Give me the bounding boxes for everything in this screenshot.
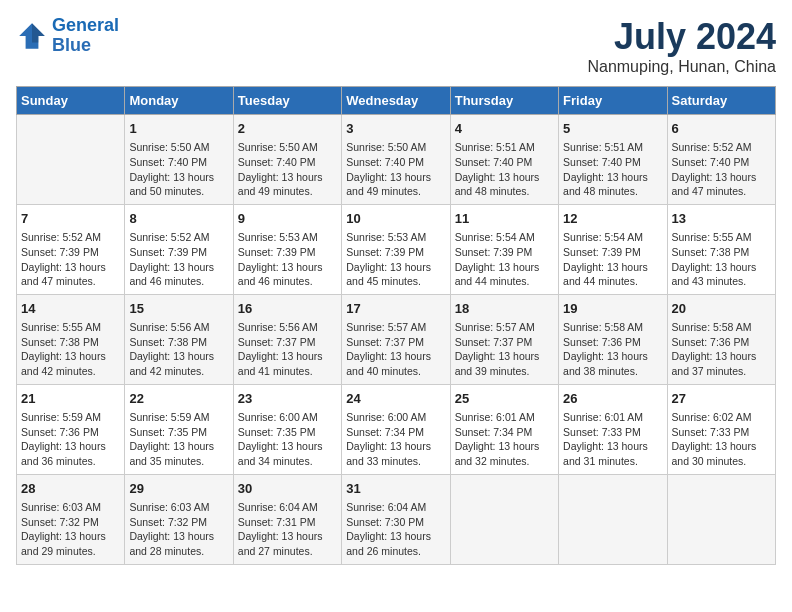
header-cell-thursday: Thursday [450,87,558,115]
cell-info: Daylight: 13 hours [129,349,228,364]
cell-info: and 44 minutes. [563,274,662,289]
day-number: 4 [455,120,554,138]
cell-info: Daylight: 13 hours [455,439,554,454]
cell-info: Sunrise: 5:50 AM [238,140,337,155]
cell-info: Sunrise: 6:03 AM [21,500,120,515]
title-area: July 2024 Nanmuping, Hunan, China [587,16,776,76]
cell-info: Sunset: 7:34 PM [455,425,554,440]
calendar-cell: 1Sunrise: 5:50 AMSunset: 7:40 PMDaylight… [125,115,233,205]
cell-info: and 49 minutes. [346,184,445,199]
calendar-cell: 7Sunrise: 5:52 AMSunset: 7:39 PMDaylight… [17,204,125,294]
main-title: July 2024 [587,16,776,58]
cell-info: Sunset: 7:39 PM [455,245,554,260]
day-number: 13 [672,210,771,228]
calendar-cell: 12Sunrise: 5:54 AMSunset: 7:39 PMDayligh… [559,204,667,294]
cell-info: Daylight: 13 hours [563,349,662,364]
day-number: 15 [129,300,228,318]
day-number: 24 [346,390,445,408]
calendar-cell: 14Sunrise: 5:55 AMSunset: 7:38 PMDayligh… [17,294,125,384]
cell-info: Daylight: 13 hours [21,260,120,275]
cell-info: Sunrise: 5:58 AM [672,320,771,335]
cell-info: Daylight: 13 hours [563,260,662,275]
cell-info: and 33 minutes. [346,454,445,469]
calendar-cell: 6Sunrise: 5:52 AMSunset: 7:40 PMDaylight… [667,115,775,205]
cell-info: and 48 minutes. [455,184,554,199]
cell-info: Sunrise: 5:53 AM [346,230,445,245]
cell-info: and 42 minutes. [129,364,228,379]
cell-info: Sunrise: 6:03 AM [129,500,228,515]
calendar-cell: 29Sunrise: 6:03 AMSunset: 7:32 PMDayligh… [125,474,233,564]
cell-info: Daylight: 13 hours [672,439,771,454]
cell-info: Sunrise: 5:56 AM [129,320,228,335]
cell-info: Daylight: 13 hours [238,529,337,544]
cell-info: Sunset: 7:36 PM [672,335,771,350]
header-cell-monday: Monday [125,87,233,115]
calendar-cell: 21Sunrise: 5:59 AMSunset: 7:36 PMDayligh… [17,384,125,474]
calendar-table: SundayMondayTuesdayWednesdayThursdayFrid… [16,86,776,565]
day-number: 17 [346,300,445,318]
cell-info: Sunrise: 5:51 AM [455,140,554,155]
cell-info: and 26 minutes. [346,544,445,559]
calendar-cell: 17Sunrise: 5:57 AMSunset: 7:37 PMDayligh… [342,294,450,384]
calendar-cell: 26Sunrise: 6:01 AMSunset: 7:33 PMDayligh… [559,384,667,474]
cell-info: Sunrise: 5:56 AM [238,320,337,335]
cell-info: Daylight: 13 hours [346,529,445,544]
cell-info: and 46 minutes. [238,274,337,289]
cell-info: Sunrise: 5:50 AM [129,140,228,155]
day-number: 21 [21,390,120,408]
cell-info: Sunset: 7:33 PM [563,425,662,440]
cell-info: Sunrise: 6:01 AM [563,410,662,425]
cell-info: Sunset: 7:30 PM [346,515,445,530]
calendar-cell: 8Sunrise: 5:52 AMSunset: 7:39 PMDaylight… [125,204,233,294]
cell-info: Sunset: 7:33 PM [672,425,771,440]
cell-info: Daylight: 13 hours [21,439,120,454]
calendar-cell: 20Sunrise: 5:58 AMSunset: 7:36 PMDayligh… [667,294,775,384]
cell-info: and 37 minutes. [672,364,771,379]
day-number: 7 [21,210,120,228]
calendar-cell: 16Sunrise: 5:56 AMSunset: 7:37 PMDayligh… [233,294,341,384]
cell-info: Sunrise: 5:55 AM [21,320,120,335]
cell-info: Daylight: 13 hours [238,260,337,275]
cell-info: Daylight: 13 hours [21,529,120,544]
cell-info: Sunset: 7:38 PM [21,335,120,350]
svg-marker-1 [32,23,45,42]
cell-info: and 39 minutes. [455,364,554,379]
calendar-cell: 9Sunrise: 5:53 AMSunset: 7:39 PMDaylight… [233,204,341,294]
cell-info: and 45 minutes. [346,274,445,289]
cell-info: Sunrise: 5:52 AM [21,230,120,245]
day-number: 30 [238,480,337,498]
calendar-cell [17,115,125,205]
cell-info: and 44 minutes. [455,274,554,289]
calendar-cell: 28Sunrise: 6:03 AMSunset: 7:32 PMDayligh… [17,474,125,564]
day-number: 18 [455,300,554,318]
logo-text: General Blue [52,16,119,56]
calendar-cell: 24Sunrise: 6:00 AMSunset: 7:34 PMDayligh… [342,384,450,474]
cell-info: Daylight: 13 hours [672,260,771,275]
cell-info: and 48 minutes. [563,184,662,199]
cell-info: Sunrise: 5:53 AM [238,230,337,245]
cell-info: Sunset: 7:39 PM [346,245,445,260]
cell-info: and 46 minutes. [129,274,228,289]
header: General Blue July 2024 Nanmuping, Hunan,… [16,16,776,76]
cell-info: Sunrise: 5:54 AM [563,230,662,245]
cell-info: Daylight: 13 hours [21,349,120,364]
cell-info: Daylight: 13 hours [346,260,445,275]
cell-info: Sunset: 7:38 PM [129,335,228,350]
calendar-cell [450,474,558,564]
cell-info: Sunset: 7:32 PM [21,515,120,530]
cell-info: Sunset: 7:39 PM [238,245,337,260]
day-number: 23 [238,390,337,408]
header-cell-tuesday: Tuesday [233,87,341,115]
cell-info: Sunset: 7:39 PM [129,245,228,260]
cell-info: Sunset: 7:31 PM [238,515,337,530]
week-row-4: 21Sunrise: 5:59 AMSunset: 7:36 PMDayligh… [17,384,776,474]
cell-info: Sunrise: 6:04 AM [238,500,337,515]
day-number: 27 [672,390,771,408]
cell-info: Sunrise: 5:52 AM [129,230,228,245]
cell-info: Sunset: 7:36 PM [21,425,120,440]
header-cell-wednesday: Wednesday [342,87,450,115]
cell-info: Sunset: 7:38 PM [672,245,771,260]
cell-info: and 38 minutes. [563,364,662,379]
cell-info: Sunrise: 5:59 AM [21,410,120,425]
calendar-cell [667,474,775,564]
